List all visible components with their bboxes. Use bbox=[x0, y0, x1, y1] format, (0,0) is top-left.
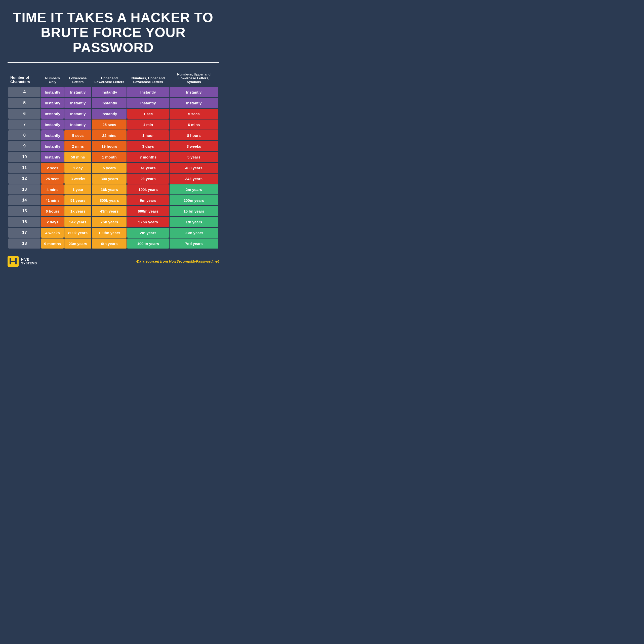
table-row: 10Instantly58 mins1 month7 months5 years bbox=[8, 152, 218, 162]
cell-num-upper-lower: 37bn years bbox=[127, 217, 169, 227]
cell-numbers: 6 hours bbox=[41, 206, 64, 216]
logo-area: HIVE SYSTEMS bbox=[8, 256, 37, 267]
cell-num-upper-lower-sym: 7qd years bbox=[170, 238, 218, 249]
cell-chars: 10 bbox=[8, 152, 41, 162]
cell-num-upper-lower-sym: 5 years bbox=[170, 152, 218, 162]
cell-lowercase: 3 weeks bbox=[64, 174, 91, 184]
cell-num-upper-lower: 1 sec bbox=[127, 109, 169, 119]
hive-logo-icon bbox=[8, 256, 19, 267]
cell-chars: 17 bbox=[8, 228, 41, 238]
table-row: 8Instantly5 secs22 mins1 hour8 hours bbox=[8, 130, 218, 140]
cell-numbers: 4 weeks bbox=[41, 228, 64, 238]
cell-num-upper-lower-sym: 8 hours bbox=[170, 130, 218, 140]
title-divider bbox=[8, 62, 219, 63]
cell-num-upper-lower: 100 tn years bbox=[127, 238, 169, 249]
cell-lowercase: 800k years bbox=[64, 228, 91, 238]
cell-numbers: 2 secs bbox=[41, 163, 64, 173]
cell-num-upper-lower-sym: Instantly bbox=[170, 98, 218, 108]
cell-upper-lower: 800k years bbox=[92, 195, 127, 205]
table-row: 134 mins1 year16k years100k years2m year… bbox=[8, 184, 218, 194]
cell-num-upper-lower-sym: 6 mins bbox=[170, 119, 218, 130]
cell-num-upper-lower-sym: Instantly bbox=[170, 87, 218, 97]
cell-num-upper-lower: 9m years bbox=[127, 195, 169, 205]
cell-chars: 16 bbox=[8, 217, 41, 227]
cell-numbers: Instantly bbox=[41, 119, 64, 130]
table-row: 7InstantlyInstantly25 secs1 min6 mins bbox=[8, 119, 218, 130]
cell-num-upper-lower-sym: 400 years bbox=[170, 163, 218, 173]
cell-upper-lower: Instantly bbox=[92, 98, 127, 108]
cell-num-upper-lower: 600m years bbox=[127, 206, 169, 216]
cell-upper-lower: 5 years bbox=[92, 163, 127, 173]
table-row: 5InstantlyInstantlyInstantlyInstantlyIns… bbox=[8, 98, 218, 108]
cell-num-upper-lower: 1 hour bbox=[127, 130, 169, 140]
logo-text: HIVE SYSTEMS bbox=[21, 258, 37, 265]
cell-lowercase: 2 mins bbox=[64, 141, 91, 151]
cell-num-upper-lower: 1 min bbox=[127, 119, 169, 130]
cell-chars: 11 bbox=[8, 163, 41, 173]
cell-upper-lower: 6tn years bbox=[92, 238, 127, 249]
cell-upper-lower: 100bn years bbox=[92, 228, 127, 238]
cell-upper-lower: 19 hours bbox=[92, 141, 127, 151]
cell-numbers: Instantly bbox=[41, 152, 64, 162]
cell-num-upper-lower-sym: 3 weeks bbox=[170, 141, 218, 151]
cell-chars: 5 bbox=[8, 98, 41, 108]
cell-chars: 6 bbox=[8, 109, 41, 119]
cell-num-upper-lower: 41 years bbox=[127, 163, 169, 173]
footer: HIVE SYSTEMS -Data sourced from HowSecur… bbox=[8, 254, 219, 267]
title: TIME IT TAKES A HACKER TO BRUTE FORCE YO… bbox=[8, 8, 219, 60]
cell-upper-lower: 2bn years bbox=[92, 217, 127, 227]
cell-lowercase: Instantly bbox=[64, 109, 91, 119]
cell-chars: 9 bbox=[8, 141, 41, 151]
cell-upper-lower: 25 secs bbox=[92, 119, 127, 130]
svg-rect-3 bbox=[15, 258, 17, 264]
cell-chars: 13 bbox=[8, 184, 41, 194]
header-lowercase: Lowercase Letters bbox=[64, 70, 91, 86]
cell-numbers: Instantly bbox=[41, 98, 64, 108]
header-upper-lower: Upper and Lowercase Letters bbox=[92, 70, 127, 86]
header-chars: Number of Characters bbox=[8, 70, 41, 86]
cell-num-upper-lower: Instantly bbox=[127, 98, 169, 108]
cell-lowercase: Instantly bbox=[64, 87, 91, 97]
cell-num-upper-lower-sym: 15 bn years bbox=[170, 206, 218, 216]
table-row: 156 hours1k years43m years600m years15 b… bbox=[8, 206, 218, 216]
table-row: 4InstantlyInstantlyInstantlyInstantlyIns… bbox=[8, 87, 218, 97]
table-header-row: Number of Characters Numbers Only Lowerc… bbox=[8, 70, 218, 86]
cell-num-upper-lower-sym: 2m years bbox=[170, 184, 218, 194]
cell-lowercase: 23m years bbox=[64, 238, 91, 249]
cell-lowercase: Instantly bbox=[64, 119, 91, 130]
table-row: 1225 secs3 weeks300 years2k years34k yea… bbox=[8, 174, 218, 184]
cell-num-upper-lower-sym: 5 secs bbox=[170, 109, 218, 119]
cell-lowercase: 1 day bbox=[64, 163, 91, 173]
cell-lowercase: Instantly bbox=[64, 98, 91, 108]
cell-upper-lower: 43m years bbox=[92, 206, 127, 216]
header-numbers-upper-lower: Numbers, Upper and Lowercase Letters bbox=[127, 70, 169, 86]
cell-numbers: Instantly bbox=[41, 87, 64, 97]
cell-num-upper-lower: Instantly bbox=[127, 87, 169, 97]
table-row: 112 secs1 day5 years41 years400 years bbox=[8, 163, 218, 173]
cell-numbers: 25 secs bbox=[41, 174, 64, 184]
cell-numbers: 41 mins bbox=[41, 195, 64, 205]
cell-num-upper-lower: 100k years bbox=[127, 184, 169, 194]
cell-num-upper-lower-sym: 1tn years bbox=[170, 217, 218, 227]
cell-upper-lower: 16k years bbox=[92, 184, 127, 194]
cell-num-upper-lower-sym: 200m years bbox=[170, 195, 218, 205]
cell-numbers: 2 days bbox=[41, 217, 64, 227]
cell-upper-lower: 22 mins bbox=[92, 130, 127, 140]
cell-num-upper-lower: 2k years bbox=[127, 174, 169, 184]
cell-chars: 12 bbox=[8, 174, 41, 184]
data-source: -Data sourced from HowSecureisMyPassword… bbox=[136, 259, 219, 263]
cell-num-upper-lower-sym: 34k years bbox=[170, 174, 218, 184]
cell-chars: 15 bbox=[8, 206, 41, 216]
cell-chars: 18 bbox=[8, 238, 41, 249]
header-numbers-upper-lower-symbols: Numbers, Upper and Lowercase Letters, Sy… bbox=[170, 70, 218, 86]
cell-lowercase: 5 secs bbox=[64, 130, 91, 140]
cell-lowercase: 58 mins bbox=[64, 152, 91, 162]
cell-lowercase: 1 year bbox=[64, 184, 91, 194]
cell-chars: 4 bbox=[8, 87, 41, 97]
cell-num-upper-lower: 2tn years bbox=[127, 228, 169, 238]
table-row: 6InstantlyInstantlyInstantly1 sec5 secs bbox=[8, 109, 218, 119]
cell-numbers: 4 mins bbox=[41, 184, 64, 194]
cell-num-upper-lower: 3 days bbox=[127, 141, 169, 151]
cell-upper-lower: Instantly bbox=[92, 87, 127, 97]
cell-num-upper-lower-sym: 93tn years bbox=[170, 228, 218, 238]
